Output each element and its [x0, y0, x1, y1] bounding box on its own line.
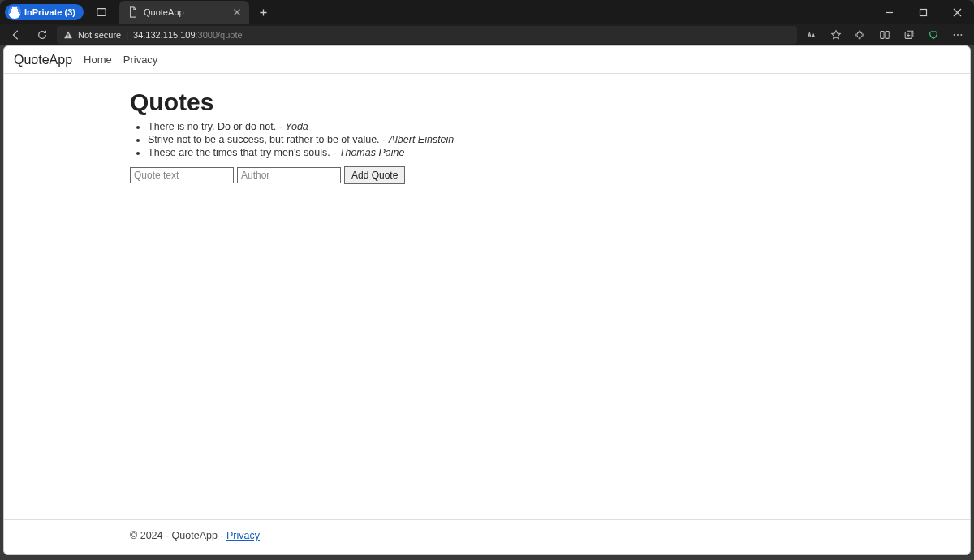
inprivate-badge[interactable]: InPrivate (3): [5, 4, 84, 20]
more-icon: [952, 29, 963, 41]
nav-link-home[interactable]: Home: [84, 54, 112, 66]
page-viewport: QuoteApp Home Privacy Quotes There is no…: [3, 45, 971, 555]
divider: |: [126, 30, 128, 40]
not-secure-label: Not secure: [78, 30, 121, 40]
profile-avatar-icon: [8, 6, 21, 19]
puzzle-icon: [855, 29, 866, 41]
list-item: There is no try. Do or do not. - Yoda: [148, 121, 844, 132]
svg-point-7: [954, 34, 955, 36]
settings-menu-button[interactable]: [946, 25, 969, 45]
refresh-button[interactable]: [31, 25, 54, 45]
refresh-icon: [37, 29, 48, 41]
quote-text: These are the times that try men's souls…: [148, 147, 330, 158]
split-screen-button[interactable]: [873, 25, 896, 45]
arrow-left-icon: [11, 29, 22, 41]
new-tab-button[interactable]: [252, 1, 275, 24]
back-button[interactable]: [5, 25, 28, 45]
browser-essentials-button[interactable]: [922, 25, 945, 45]
page-title: Quotes: [130, 88, 844, 116]
quote-text: Strive not to be a success, but rather t…: [148, 134, 380, 145]
browser-tab[interactable]: QuoteApp: [119, 1, 249, 24]
svg-point-9: [960, 34, 962, 36]
browser-titlebar: InPrivate (3) QuoteApp: [0, 0, 974, 24]
list-item: These are the times that try men's souls…: [148, 147, 844, 158]
maximize-button[interactable]: [906, 0, 940, 24]
nav-link-privacy[interactable]: Privacy: [123, 54, 158, 66]
quote-author: Yoda: [285, 121, 308, 132]
svg-point-8: [957, 34, 959, 36]
quote-text-input[interactable]: [130, 167, 234, 183]
toolbar-right: [800, 25, 969, 45]
rectangle-icon: [96, 6, 107, 18]
extensions-button[interactable]: [849, 25, 872, 45]
add-quote-form: Add Quote: [130, 166, 844, 184]
plus-icon: [258, 7, 269, 18]
maximize-icon: [919, 8, 928, 17]
svg-rect-0: [97, 9, 106, 16]
main-content: Quotes There is no try. Do or do not. - …: [130, 74, 844, 519]
read-aloud-button[interactable]: [800, 25, 823, 45]
text-size-icon: [806, 29, 817, 41]
list-item: Strive not to be a success, but rather t…: [148, 134, 844, 145]
favorite-button[interactable]: [825, 25, 847, 45]
close-icon[interactable]: [231, 6, 243, 18]
workspaces-button[interactable]: [90, 1, 113, 24]
split-icon: [879, 29, 890, 41]
inprivate-label: InPrivate (3): [24, 7, 75, 17]
site-footer: © 2024 - QuoteApp - Privacy: [4, 519, 970, 554]
url-text: 34.132.115.109:3000/quote: [133, 30, 243, 40]
svg-rect-4: [881, 32, 884, 39]
collections-icon: [903, 29, 915, 41]
quote-text: There is no try. Do or do not.: [148, 121, 276, 132]
close-icon: [953, 8, 962, 17]
close-window-button[interactable]: [940, 0, 974, 24]
svg-rect-1: [920, 9, 926, 15]
site-navbar: QuoteApp Home Privacy: [4, 46, 970, 74]
minimize-icon: [885, 8, 894, 17]
add-quote-button[interactable]: Add Quote: [344, 166, 405, 184]
quote-list: There is no try. Do or do not. - Yoda St…: [130, 121, 844, 158]
svg-rect-3: [67, 37, 68, 37]
window-controls: [872, 0, 974, 24]
quote-author: Albert Einstein: [389, 134, 455, 145]
warning-icon: [63, 30, 73, 40]
footer-copyright: © 2024 - QuoteApp -: [130, 530, 226, 541]
browser-toolbar: Not secure | 34.132.115.109:3000/quote: [0, 24, 974, 45]
page-icon: [127, 6, 139, 18]
tab-title: QuoteApp: [144, 7, 226, 17]
collections-button[interactable]: [898, 25, 920, 45]
quote-author: Thomas Paine: [339, 147, 405, 158]
site-brand[interactable]: QuoteApp: [14, 53, 72, 67]
svg-rect-2: [67, 34, 68, 37]
star-icon: [830, 29, 842, 41]
footer-privacy-link[interactable]: Privacy: [226, 530, 260, 541]
minimize-button[interactable]: [872, 0, 906, 24]
svg-rect-5: [886, 32, 889, 39]
address-bar[interactable]: Not secure | 34.132.115.109:3000/quote: [57, 26, 797, 44]
author-input[interactable]: [237, 167, 341, 183]
heart-icon: [928, 29, 939, 41]
